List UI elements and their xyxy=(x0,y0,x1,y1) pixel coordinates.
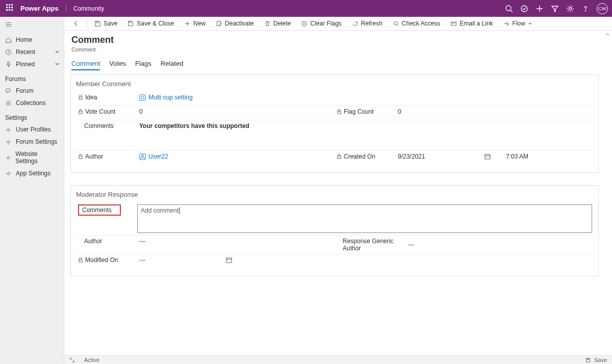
nav-pinned[interactable]: Pinned xyxy=(0,58,64,70)
mod-comments-input[interactable]: Add comment xyxy=(137,204,592,233)
tab-related[interactable]: Related xyxy=(161,60,184,70)
flow-button[interactable]: Flow xyxy=(499,20,537,27)
svg-rect-20 xyxy=(338,111,341,114)
nav-recent[interactable]: Recent xyxy=(0,46,64,58)
save-close-button[interactable]: Save & Close xyxy=(123,20,178,27)
app-launcher-icon[interactable] xyxy=(6,4,15,13)
save-close-label: Save & Close xyxy=(137,20,174,27)
nav-forum-label: Forum xyxy=(16,87,34,94)
nav-user-profiles[interactable]: User Profiles xyxy=(0,123,64,136)
author-value: User22 xyxy=(148,153,168,160)
settings-icon[interactable] xyxy=(566,5,574,13)
svg-point-14 xyxy=(394,21,397,25)
calendar-icon xyxy=(484,153,491,160)
form-tabs: Comment Votes Flags Related xyxy=(70,60,599,70)
save-button[interactable]: Save xyxy=(90,20,121,27)
tab-comment[interactable]: Comment xyxy=(71,60,100,70)
idea-value: Multi cup setting xyxy=(148,94,193,101)
svg-point-23 xyxy=(142,154,144,157)
lock-icon xyxy=(78,154,83,159)
lock-icon xyxy=(337,154,342,159)
nav-home-label: Home xyxy=(16,36,32,43)
new-label: New xyxy=(193,20,206,27)
lock-icon xyxy=(78,257,83,263)
environment-label[interactable]: Community xyxy=(66,5,105,12)
brand-label: Power Apps xyxy=(20,5,66,12)
created-date: 9/23/2021 xyxy=(398,153,469,160)
deactivate-button[interactable]: Deactivate xyxy=(212,20,258,27)
clear-flags-button[interactable]: Clear Flags xyxy=(297,20,345,27)
check-access-label: Check Access xyxy=(402,20,440,27)
nav-forum[interactable]: Forum xyxy=(0,85,64,97)
refresh-label: Refresh xyxy=(361,20,382,27)
nav-app-settings[interactable]: App Settings xyxy=(0,167,64,179)
command-bar: Save Save & Close New Deactivate Delete … xyxy=(64,17,612,31)
save-icon xyxy=(585,357,591,363)
page-subtitle: Comment xyxy=(70,46,599,53)
clear-flags-label: Clear Flags xyxy=(310,20,341,27)
tab-flags[interactable]: Flags xyxy=(135,60,151,70)
calendar-icon xyxy=(226,257,232,263)
check-access-button[interactable]: Check Access xyxy=(389,20,444,27)
svg-point-3 xyxy=(585,10,585,11)
svg-rect-12 xyxy=(217,21,221,25)
modified-date: --- xyxy=(139,256,211,264)
svg-rect-26 xyxy=(79,259,82,262)
vote-count-label: Vote Count xyxy=(85,108,115,115)
new-button[interactable]: New xyxy=(180,20,210,27)
nav-recent-label: Recent xyxy=(16,48,35,56)
mod-author-value[interactable]: --- xyxy=(137,238,335,245)
flow-label: Flow xyxy=(513,20,525,27)
status-save-label: Save xyxy=(594,357,607,363)
author-link[interactable]: User22 xyxy=(137,153,335,160)
svg-point-6 xyxy=(7,128,9,131)
created-on-value: 9/23/2021 7:03 AM xyxy=(396,153,593,160)
nav-collections[interactable]: Collections xyxy=(0,97,64,109)
svg-point-18 xyxy=(141,96,144,99)
chevron-down-icon xyxy=(55,62,60,67)
svg-rect-17 xyxy=(140,94,145,100)
svg-rect-25 xyxy=(485,154,490,159)
idea-link[interactable]: Multi cup setting xyxy=(137,94,593,101)
suite-header: Power Apps Community CW xyxy=(0,0,612,17)
record-icon xyxy=(139,94,146,101)
status-state: Active xyxy=(84,357,99,363)
nav-website-settings[interactable]: Website Settings xyxy=(0,148,64,167)
svg-point-1 xyxy=(521,6,527,12)
moderator-response-title: Moderator Response xyxy=(76,191,593,202)
tab-votes[interactable]: Votes xyxy=(109,60,126,70)
page-title: Comment xyxy=(70,35,599,45)
assistant-icon[interactable] xyxy=(520,5,528,13)
nav-collapse-button[interactable] xyxy=(0,20,64,34)
flag-count-value: 0 xyxy=(396,108,593,115)
svg-rect-10 xyxy=(96,21,98,22)
svg-point-7 xyxy=(7,141,9,143)
add-icon[interactable] xyxy=(536,5,544,13)
generic-author-label: Response Generic Author xyxy=(343,238,406,252)
user-icon xyxy=(139,153,146,160)
mod-comments-value: Add comment xyxy=(141,207,178,214)
moderator-response-section: Moderator Response Comments Add comment … xyxy=(70,185,599,276)
delete-button[interactable]: Delete xyxy=(260,20,295,27)
email-link-button[interactable]: Email a Link xyxy=(446,20,497,27)
refresh-button[interactable]: Refresh xyxy=(348,20,387,27)
filter-icon[interactable] xyxy=(551,5,559,13)
svg-point-2 xyxy=(569,7,572,10)
status-save-button[interactable]: Save xyxy=(585,357,607,363)
idea-label: Idea xyxy=(85,94,97,101)
help-icon[interactable] xyxy=(581,5,590,13)
nav-forum-settings[interactable]: Forum Settings xyxy=(0,136,64,148)
member-comment-title: Member Comment xyxy=(76,80,593,92)
nav-home[interactable]: Home xyxy=(0,34,64,46)
expand-icon[interactable] xyxy=(69,357,75,363)
modified-on-value: --- xyxy=(137,256,335,264)
user-avatar[interactable]: CW xyxy=(597,3,608,14)
generic-author-value[interactable]: --- xyxy=(406,241,593,248)
search-icon[interactable] xyxy=(505,5,513,13)
member-comments-value[interactable]: Your competitors have this supported xyxy=(137,122,593,129)
back-button[interactable] xyxy=(68,20,84,27)
status-bar: Active Save xyxy=(64,355,612,364)
save-label: Save xyxy=(104,20,117,27)
scroll-up-icon[interactable] xyxy=(605,32,610,37)
content-area: Comment Comment Comment Votes Flags Rela… xyxy=(64,31,612,364)
